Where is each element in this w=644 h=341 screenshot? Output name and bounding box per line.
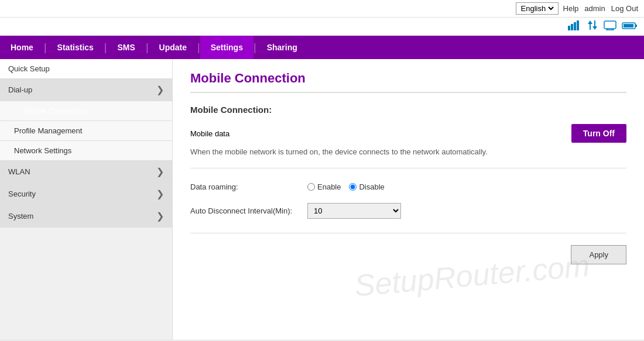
svg-rect-1 [571,24,573,30]
top-bar-right: English Help admin Log Out [516,2,638,15]
auto-connect-desc: When the mobile network is turned on, th… [190,147,626,156]
content-area: SetupRouter.com Mobile Connection Mobile… [173,59,644,340]
turn-off-button[interactable]: Turn Off [571,124,626,143]
sidebar-profile-management[interactable]: Profile Management [0,121,172,141]
help-link[interactable]: Help [563,4,579,13]
svg-rect-8 [604,21,616,29]
disable-label: Disable [359,182,384,191]
sidebar-dialup-label: Dial-up [8,85,32,94]
mobile-data-label: Mobile data [190,129,229,138]
apply-button[interactable]: Apply [571,245,626,264]
svg-rect-2 [574,22,576,30]
data-roaming-enable-radio[interactable] [307,183,315,191]
sidebar: Quick Setup Dial-up ❯ →Mobile Connection… [0,59,173,340]
logout-link[interactable]: Log Out [611,4,638,13]
data-roaming-row: Data roaming: Enable Disable [190,180,626,194]
nav-settings[interactable]: Settings [200,36,254,59]
sidebar-system-chevron: ❯ [156,211,164,222]
nav-statistics[interactable]: Statistics [47,36,104,59]
main-nav: Home | Statistics | SMS | Update | Setti… [0,36,644,59]
active-arrow: → [14,106,22,115]
data-roaming-disable-radio[interactable] [349,183,357,191]
sidebar-network-settings[interactable]: Network Settings [0,141,172,161]
page-title: Mobile Connection [190,71,626,93]
auto-disconnect-label: Auto Disconnect Interval(Min): [190,206,307,215]
svg-rect-0 [568,26,570,30]
svg-marker-5 [592,26,597,30]
main-container: Quick Setup Dial-up ❯ →Mobile Connection… [0,59,644,340]
nav-sharing[interactable]: Sharing [256,36,308,59]
sidebar-security-chevron: ❯ [156,188,164,199]
monitor-icon [603,20,617,33]
top-bar: English Help admin Log Out [0,0,644,18]
sidebar-wlan[interactable]: WLAN ❯ [0,161,172,183]
sidebar-wlan-label: WLAN [8,167,30,176]
sidebar-mobile-connection[interactable]: →Mobile Connection [0,101,172,121]
svg-rect-14 [624,24,633,27]
admin-link[interactable]: admin [584,4,605,13]
auto-disconnect-select[interactable]: 10 5 15 20 30 [307,203,401,219]
nav-home[interactable]: Home [0,36,44,59]
mobile-data-row: Mobile data Turn Off [190,124,626,143]
nav-update[interactable]: Update [149,36,197,59]
data-roaming-disable-option[interactable]: Disable [349,182,384,191]
data-transfer-icon [587,20,598,33]
svg-rect-3 [577,20,579,30]
divider-1 [190,168,626,168]
auto-disconnect-row: Auto Disconnect Interval(Min): 10 5 15 2… [190,201,626,221]
nav-sms[interactable]: SMS [107,36,146,59]
language-dropdown[interactable]: English [519,4,556,13]
data-roaming-enable-option[interactable]: Enable [307,182,341,191]
section-title: Mobile Connection: [190,105,626,115]
sidebar-system[interactable]: System ❯ [0,205,172,228]
data-roaming-label: Data roaming: [190,182,307,191]
language-selector[interactable]: English [516,2,559,15]
signal-strength-icon [568,20,582,33]
sidebar-quick-setup[interactable]: Quick Setup [0,59,172,79]
sidebar-security[interactable]: Security ❯ [0,183,172,205]
svg-marker-4 [588,20,592,24]
svg-rect-13 [635,25,637,27]
divider-2 [190,233,626,233]
sidebar-mobile-connection-label: Mobile Connection [24,106,87,115]
sidebar-system-label: System [8,212,33,221]
data-roaming-options: Enable Disable [307,182,385,191]
sidebar-wlan-chevron: ❯ [156,166,164,177]
battery-icon [622,20,638,33]
sidebar-security-label: Security [8,190,36,198]
apply-row: Apply [190,245,626,264]
enable-label: Enable [317,182,341,191]
top-bar-links: Help admin Log Out [563,4,638,13]
sidebar-dialup[interactable]: Dial-up ❯ [0,79,172,101]
sidebar-dialup-chevron: ❯ [156,84,164,95]
signal-bar [0,18,644,36]
